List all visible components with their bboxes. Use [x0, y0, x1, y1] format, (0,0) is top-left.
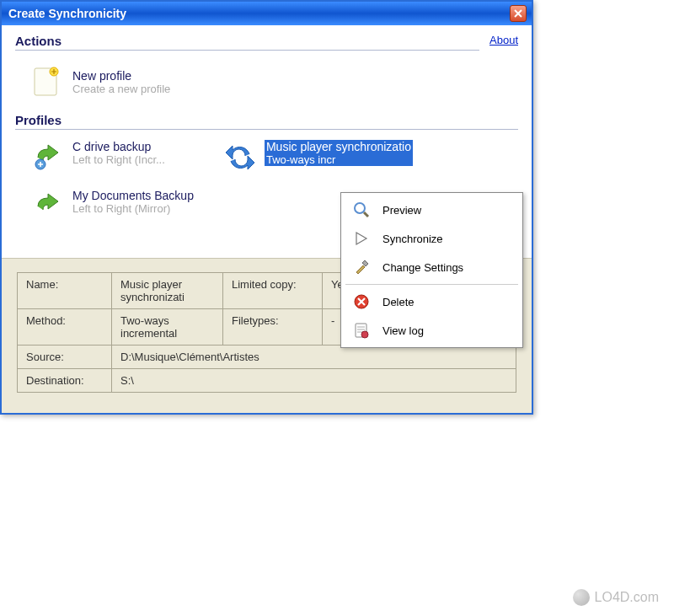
profile-sub: Two-ways incr — [265, 153, 413, 166]
menu-separator — [345, 284, 518, 285]
window-title: Create Synchronicity — [8, 7, 126, 20]
menu-label: Preview — [382, 204, 421, 217]
menu-label: Change Settings — [382, 261, 463, 274]
magnifier-icon — [352, 201, 371, 219]
label-dest: Destination: — [18, 369, 112, 393]
play-icon — [352, 229, 371, 248]
sync-two-way-icon — [222, 140, 258, 175]
new-profile-title: New profile — [72, 69, 170, 83]
label-name: Name: — [18, 273, 112, 309]
profile-title: Music player synchronizatio — [265, 140, 413, 153]
context-menu: Preview Synchronize Change Settings Dele… — [340, 192, 523, 348]
profile-sub: Left to Right (Mirror) — [72, 202, 194, 215]
actions-header: Actions — [15, 34, 479, 51]
watermark: LO4D.com — [573, 589, 659, 606]
sync-right-icon — [30, 140, 66, 175]
delete-icon — [352, 292, 371, 311]
value-source: D:\Musique\Clément\Artistes — [112, 345, 516, 369]
titlebar[interactable]: Create Synchronicity — [2, 2, 532, 25]
menu-label: View log — [382, 324, 424, 337]
profile-music-selected[interactable]: Music player synchronizatio Two-ways inc… — [221, 138, 415, 177]
new-profile-action[interactable]: New profile Create a new profile — [29, 64, 518, 99]
profile-title: My Documents Backup — [72, 189, 194, 202]
label-filetypes: Filetypes: — [223, 309, 323, 345]
new-profile-icon — [29, 64, 64, 99]
sync-right-icon — [30, 189, 66, 224]
menu-delete[interactable]: Delete — [344, 287, 520, 316]
label-source: Source: — [18, 345, 112, 369]
value-name: Music player synchronizati — [112, 273, 223, 309]
close-icon — [514, 9, 522, 18]
new-profile-sub: Create a new profile — [72, 83, 170, 95]
label-method: Method: — [18, 309, 112, 345]
profiles-header: Profiles — [15, 113, 518, 130]
profile-title: C drive backup — [72, 140, 165, 153]
value-dest: S:\ — [112, 369, 516, 393]
menu-preview[interactable]: Preview — [344, 196, 520, 224]
about-link[interactable]: About — [489, 34, 518, 46]
tools-icon — [352, 258, 371, 276]
svg-point-3 — [355, 203, 365, 213]
log-icon — [352, 321, 371, 340]
profile-sub: Left to Right (Incr... — [72, 153, 165, 166]
menu-view-log[interactable]: View log — [344, 316, 520, 345]
svg-line-4 — [364, 212, 368, 217]
globe-icon — [573, 589, 590, 606]
svg-point-10 — [361, 331, 368, 338]
menu-synchronize[interactable]: Synchronize — [344, 224, 520, 253]
menu-label: Delete — [382, 296, 415, 308]
menu-change-settings[interactable]: Change Settings — [344, 253, 520, 281]
menu-label: Synchronize — [382, 233, 443, 245]
profile-c-drive[interactable]: C drive backup Left to Right (Incr... — [29, 138, 195, 177]
close-button[interactable] — [510, 5, 527, 22]
watermark-text: LO4D.com — [595, 590, 659, 605]
label-limited: Limited copy: — [223, 273, 323, 309]
profile-my-docs[interactable]: My Documents Backup Left to Right (Mirro… — [29, 187, 195, 226]
value-method: Two-ways incremental — [112, 309, 223, 345]
